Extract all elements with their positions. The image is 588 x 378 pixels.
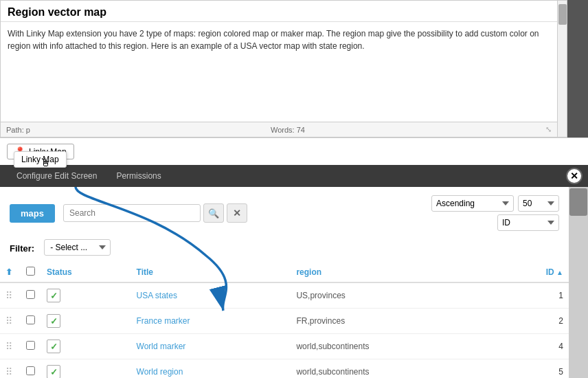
- col-title-header[interactable]: Title: [131, 263, 291, 282]
- check-icon: ✓: [50, 291, 58, 301]
- col-check-all[interactable]: [21, 263, 41, 282]
- col-status-header[interactable]: Status: [41, 263, 131, 282]
- id-sort-arrow: ▲: [556, 269, 563, 276]
- title-cell: World region: [131, 359, 291, 379]
- scrollbar-thumb: [558, 4, 567, 25]
- check-icon: ✓: [50, 316, 58, 326]
- nav-permissions[interactable]: Permissions: [106, 165, 170, 187]
- search-button[interactable]: 🔍: [203, 203, 224, 223]
- search-box: 🔍 ✕: [63, 203, 423, 223]
- region-cell: US,provinces: [291, 282, 498, 309]
- search-icon: 🔍: [208, 208, 219, 219]
- sort-row-2: ID Title Region: [497, 214, 559, 231]
- title-cell: France marker: [131, 309, 291, 334]
- drag-handle-icon[interactable]: ⠿: [5, 290, 11, 301]
- title-link[interactable]: USA states: [137, 291, 177, 300]
- filter-row: Filter: - Select ... Published Unpublish…: [0, 239, 569, 263]
- sort-group: Ascending Descending 50 25 100 ID Title …: [431, 195, 559, 231]
- check-icon: ✓: [50, 342, 58, 352]
- id-value: 1: [558, 291, 563, 300]
- sort-row-1: Ascending Descending 50 25 100: [431, 195, 559, 212]
- status-cell: ✓: [41, 282, 131, 309]
- id-value: 2: [558, 316, 563, 326]
- select-all-checkbox[interactable]: [26, 267, 35, 276]
- editor-title: Region vector map: [1, 1, 567, 22]
- col-id-header[interactable]: ID ▲: [499, 263, 569, 282]
- editor-path: Path: p: [6, 126, 30, 134]
- sort-order-select[interactable]: Ascending Descending: [431, 195, 514, 212]
- id-cell: 2: [499, 309, 569, 334]
- table-row: ⠿ ✓ USA states US,provinces 1: [0, 282, 569, 309]
- table-header-row: ⬆ Status Title region ID ▲: [0, 263, 569, 282]
- status-indicator: ✓: [47, 314, 60, 328]
- filter-select[interactable]: - Select ... Published Unpublished: [44, 239, 111, 256]
- maps-button[interactable]: maps: [10, 204, 55, 223]
- close-icon: ✕: [233, 208, 241, 219]
- region-cell: world,subcontinents: [291, 334, 498, 359]
- status-cell: ✓: [41, 334, 131, 359]
- drag-cell[interactable]: ⠿: [0, 359, 21, 379]
- toolbar: 📍 Linky Map: [0, 137, 588, 165]
- nav-configure-edit-screen[interactable]: Configure Edit Screen: [7, 165, 106, 187]
- per-page-select[interactable]: 50 25 100: [518, 195, 559, 212]
- id-cell: 1: [499, 282, 569, 309]
- editor-words: Words: 74: [271, 126, 305, 134]
- id-cell: 4: [499, 334, 569, 359]
- editor-panel: Region vector map With Linky Map extensi…: [0, 0, 567, 137]
- drag-cell[interactable]: ⠿: [0, 309, 21, 334]
- title-link[interactable]: World region: [137, 367, 183, 377]
- title-cell: World marker: [131, 334, 291, 359]
- close-button[interactable]: ✕: [566, 168, 583, 184]
- editor-footer: Path: p Words: 74 ⤡: [1, 122, 557, 137]
- scrollbar-thumb-right: [569, 188, 587, 216]
- drag-cell[interactable]: ⠿: [0, 282, 21, 309]
- check-icon: ✓: [50, 367, 58, 377]
- check-cell[interactable]: [21, 309, 41, 334]
- filter-label: Filter:: [10, 239, 34, 254]
- cursor: 🖱: [40, 157, 51, 169]
- region-value: world,subcontinents: [296, 367, 369, 377]
- panel-header: maps 🔍 ✕ Ascending Descending 50 25 100: [0, 187, 569, 239]
- status-cell: ✓: [41, 309, 131, 334]
- region-value: world,subcontinents: [296, 342, 369, 351]
- table-row: ⠿ ✓ World region world,subcontinents 5: [0, 359, 569, 379]
- region-cell: world,subcontinents: [291, 359, 498, 379]
- row-checkbox[interactable]: [26, 290, 35, 299]
- drag-cell[interactable]: ⠿: [0, 334, 21, 359]
- check-cell[interactable]: [21, 359, 41, 379]
- editor-scrollbar[interactable]: [557, 1, 567, 137]
- title-link[interactable]: World marker: [137, 342, 186, 351]
- region-cell: FR,provinces: [291, 309, 498, 334]
- clear-button[interactable]: ✕: [227, 203, 247, 223]
- check-cell[interactable]: [21, 334, 41, 359]
- region-value: FR,provinces: [296, 316, 345, 326]
- col-region-header[interactable]: region: [291, 263, 498, 282]
- search-input[interactable]: [63, 204, 201, 222]
- row-checkbox[interactable]: [26, 341, 35, 350]
- row-checkbox[interactable]: [26, 315, 35, 324]
- data-table: ⬆ Status Title region ID ▲: [0, 263, 569, 378]
- sort-up-icon[interactable]: ⬆: [5, 267, 12, 277]
- status-cell: ✓: [41, 359, 131, 379]
- table-row: ⠿ ✓ World marker world,subcontinents 4: [0, 334, 569, 359]
- status-indicator: ✓: [47, 365, 60, 378]
- col-drag: ⬆: [0, 263, 21, 282]
- main-panel: maps 🔍 ✕ Ascending Descending 50 25 100: [0, 187, 569, 378]
- sort-field-select[interactable]: ID Title Region: [497, 214, 559, 231]
- drag-handle-icon[interactable]: ⠿: [5, 341, 11, 352]
- status-indicator: ✓: [47, 340, 60, 353]
- region-value: US,provinces: [296, 291, 345, 300]
- title-link[interactable]: France marker: [137, 316, 190, 326]
- resize-handle[interactable]: ⤡: [545, 125, 552, 134]
- id-value: 5: [558, 367, 563, 377]
- nav-bar: Configure Edit Screen Permissions: [0, 165, 588, 187]
- drag-handle-icon[interactable]: ⠿: [5, 315, 11, 326]
- title-cell: USA states: [131, 282, 291, 309]
- id-value: 4: [558, 342, 563, 351]
- editor-content[interactable]: With Linky Map extension you have 2 type…: [1, 22, 567, 58]
- table-row: ⠿ ✓ France marker FR,provinces 2: [0, 309, 569, 334]
- drag-handle-icon[interactable]: ⠿: [5, 366, 11, 377]
- row-checkbox[interactable]: [26, 366, 35, 375]
- check-cell[interactable]: [21, 282, 41, 309]
- right-scrollbar[interactable]: [569, 187, 588, 378]
